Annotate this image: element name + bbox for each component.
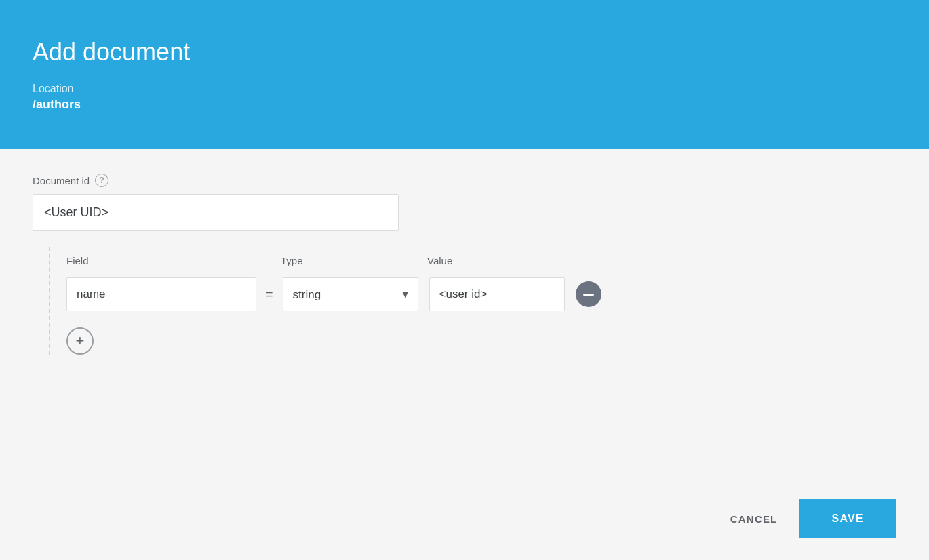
type-select[interactable]: string number boolean map array null tim…: [283, 277, 418, 311]
value-input[interactable]: [429, 277, 565, 311]
location-value: /authors: [33, 98, 896, 112]
dialog-header: Add document Location /authors: [0, 0, 929, 149]
fields-section: Field Type Value = string number boolean…: [49, 247, 896, 355]
document-id-section: Document id ?: [33, 174, 896, 231]
add-document-dialog: Add document Location /authors Document …: [0, 0, 929, 560]
document-id-label-group: Document id ?: [33, 174, 896, 187]
dialog-title: Add document: [33, 38, 896, 66]
location-label: Location: [33, 83, 896, 95]
save-button[interactable]: SAVE: [799, 499, 896, 538]
document-id-input[interactable]: [33, 194, 399, 231]
col-header-type: Type: [281, 255, 416, 266]
col-header-value: Value: [427, 255, 563, 266]
plus-icon: +: [76, 334, 85, 348]
fields-header-row: Field Type Value: [50, 247, 896, 272]
add-field-button[interactable]: +: [66, 327, 94, 355]
table-row: = string number boolean map array null t…: [50, 272, 896, 317]
field-name-input[interactable]: [66, 277, 256, 311]
cancel-button[interactable]: CANCEL: [709, 502, 799, 536]
dialog-footer: CANCEL SAVE: [0, 477, 929, 560]
help-icon[interactable]: ?: [95, 174, 108, 187]
dialog-content: Document id ? Field Type Value = string …: [0, 149, 929, 477]
type-select-wrapper: string number boolean map array null tim…: [283, 277, 418, 311]
col-header-field: Field: [66, 255, 256, 266]
document-id-label-text: Document id: [33, 175, 90, 186]
remove-field-button[interactable]: [576, 281, 601, 307]
equals-sign: =: [266, 287, 273, 302]
